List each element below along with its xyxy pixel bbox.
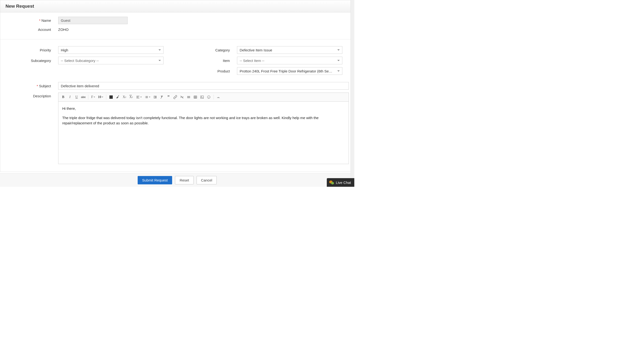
table-icon[interactable] [192,94,198,100]
highlight-icon[interactable] [115,94,121,100]
svg-point-4 [209,97,209,97]
hr-icon[interactable] [186,94,192,100]
chevron-down-icon [337,71,340,72]
label-item: Item [184,59,237,63]
page-title: New Request [6,3,349,9]
image-icon[interactable] [199,94,205,100]
label-account: Account [6,27,58,31]
chat-icon [329,180,334,185]
separator [88,95,88,99]
underline-icon[interactable]: U [74,94,80,100]
italic-icon[interactable]: I [67,94,73,100]
chevron-down-icon [337,60,340,61]
label-subject: *Subject [6,84,58,88]
subject-input[interactable] [58,82,349,90]
cancel-button[interactable]: Cancel [196,176,217,184]
chevron-down-icon [337,49,340,51]
svg-point-3 [208,97,208,97]
subcategory-select[interactable]: -- Select Subcategory -- [58,57,164,64]
label-description: Description [6,93,58,98]
separator [214,95,214,99]
chevron-down-icon [158,60,161,61]
request-form: *Name Guest Account ZOHO Priority [0,12,354,172]
form-footer: Submit Request Reset Cancel [0,173,354,187]
svg-point-1 [201,96,202,97]
subscript-icon[interactable]: X2 [122,94,127,100]
clear-format-icon[interactable] [159,94,165,100]
label-priority: Priority [6,48,58,52]
live-chat-button[interactable]: Live Chat [327,178,354,187]
emoji-icon[interactable] [206,94,212,100]
list-icon[interactable] [144,94,151,100]
category-select[interactable]: Defective Item Issue [237,46,342,54]
item-select[interactable]: -- Select Item -- [237,57,342,64]
label-subcategory: Subcategory [6,59,58,63]
superscript-icon[interactable]: X2 [128,94,134,100]
outdent-icon[interactable] [152,94,158,100]
description-textarea[interactable]: Hi there, The triple door fridge that wa… [58,102,348,164]
unlink-icon[interactable] [179,94,185,100]
chevron-down-icon [158,49,161,51]
submit-button[interactable]: Submit Request [138,176,172,184]
align-icon[interactable] [135,94,143,100]
signature-icon[interactable] [216,94,222,100]
desc-paragraph: The triple door fridge that was delivere… [62,115,345,126]
desc-paragraph: Hi there, [62,106,345,111]
quote-icon[interactable]: ” [166,94,172,100]
color-icon[interactable] [108,94,114,100]
svg-point-2 [207,96,210,99]
description-editor: B I U abc F 10 X2 [58,93,349,164]
link-icon[interactable] [172,94,178,100]
label-name: *Name [6,18,58,22]
label-category: Category [184,48,237,52]
scrollbar[interactable] [350,0,354,187]
strike-icon[interactable]: abc [80,94,86,100]
priority-select[interactable]: High [58,46,164,54]
product-select[interactable]: Protton 240L Frost Free Triple Door Refr… [237,67,342,75]
reset-button[interactable]: Reset [175,176,194,184]
font-size-select[interactable]: 10 [97,94,104,100]
editor-toolbar: B I U abc F 10 X2 [58,93,348,102]
font-family-icon[interactable]: F [90,94,96,100]
account-value: ZOHO [58,27,349,32]
page-header: New Request [0,0,354,12]
name-field: Guest [58,17,128,24]
separator [106,95,106,99]
label-product: Product [184,69,237,73]
live-chat-label: Live Chat [336,180,351,184]
bold-icon[interactable]: B [60,94,66,100]
